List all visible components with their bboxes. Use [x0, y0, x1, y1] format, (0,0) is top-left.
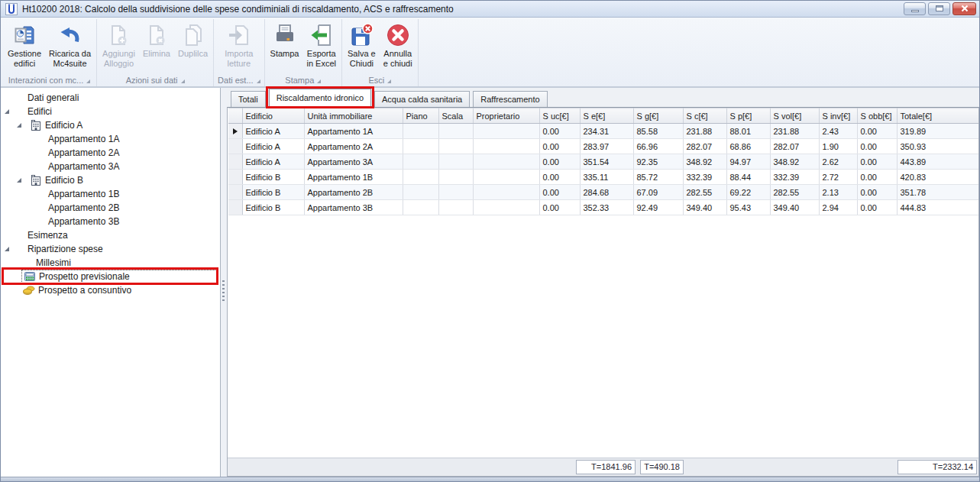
- table-cell[interactable]: 352.33: [580, 200, 633, 215]
- column-header-s-uc[interactable]: S uc[€]: [539, 108, 580, 124]
- table-cell[interactable]: [438, 170, 473, 185]
- table-cell[interactable]: 88.01: [726, 124, 770, 139]
- expand-arrow-icon[interactable]: [5, 247, 9, 251]
- table-cell[interactable]: [473, 139, 539, 154]
- table-cell[interactable]: 94.97: [726, 154, 770, 170]
- table-cell[interactable]: 420.83: [897, 170, 978, 185]
- table-row[interactable]: Edificio AAppartamento 2A0.00283.9766.96…: [228, 139, 978, 154]
- table-cell[interactable]: 351.54: [580, 154, 633, 170]
- table-cell[interactable]: 0.00: [539, 200, 580, 215]
- table-cell[interactable]: 282.55: [683, 185, 726, 200]
- table-cell[interactable]: 2.43: [819, 124, 857, 139]
- table-cell[interactable]: Edificio A: [242, 124, 304, 139]
- table-row[interactable]: Edificio AAppartamento 1A0.00234.3185.58…: [228, 124, 978, 139]
- table-cell[interactable]: 85.58: [633, 124, 683, 139]
- table-cell[interactable]: 443.89: [897, 154, 978, 170]
- tree-item-appartamento-1b[interactable]: Appartamento 1B: [1, 187, 220, 201]
- elimina-button[interactable]: Elimina: [140, 21, 173, 59]
- expand-arrow-icon[interactable]: [17, 123, 21, 128]
- table-cell[interactable]: 351.78: [897, 185, 978, 200]
- table-cell[interactable]: Edificio B: [242, 170, 304, 185]
- table-cell[interactable]: 95.43: [726, 200, 770, 215]
- tree-item-appartamento-3b[interactable]: Appartamento 3B: [1, 215, 220, 228]
- table-cell[interactable]: 0.00: [539, 139, 580, 154]
- table-cell[interactable]: 0.00: [539, 124, 580, 139]
- table-cell[interactable]: 88.44: [726, 170, 770, 185]
- table-cell[interactable]: 348.92: [683, 154, 726, 170]
- table-cell[interactable]: 349.40: [683, 200, 726, 215]
- app-icon[interactable]: [5, 3, 18, 15]
- table-cell[interactable]: 282.07: [770, 139, 819, 154]
- tree-item-prospetto-a-consuntivo[interactable]: Prospetto a consuntivo: [1, 283, 220, 297]
- table-cell[interactable]: 348.92: [770, 154, 819, 170]
- column-header-s-vol[interactable]: S vol[€]: [770, 108, 819, 124]
- close-button[interactable]: [953, 2, 976, 15]
- column-header-piano[interactable]: Piano: [403, 108, 438, 124]
- table-cell[interactable]: 66.96: [633, 139, 683, 154]
- column-header-s-e[interactable]: S e[€]: [580, 108, 633, 124]
- stampa-button[interactable]: Stampa: [267, 21, 302, 59]
- table-cell[interactable]: [473, 170, 539, 185]
- table-cell[interactable]: 92.49: [633, 200, 683, 215]
- table-cell[interactable]: 350.93: [897, 139, 978, 154]
- table-cell[interactable]: Edificio A: [242, 154, 304, 170]
- table-cell[interactable]: 282.55: [770, 185, 819, 200]
- panel-splitter[interactable]: [221, 88, 227, 477]
- table-row[interactable]: Edificio AAppartamento 3A0.00351.5492.35…: [228, 154, 978, 170]
- tree-item-edificio-a[interactable]: Edificio A: [1, 118, 220, 132]
- column-header-unit-immobiliare[interactable]: Unità immobiliare: [304, 108, 403, 124]
- table-cell[interactable]: 69.22: [726, 185, 770, 200]
- tab-acqua-calda-sanitaria[interactable]: Acqua calda sanitaria: [374, 91, 470, 107]
- table-cell[interactable]: 231.88: [770, 124, 819, 139]
- importa-letture-button[interactable]: Importa letture: [222, 21, 256, 69]
- table-cell[interactable]: 92.35: [633, 154, 683, 170]
- table-cell[interactable]: [473, 185, 539, 200]
- table-cell[interactable]: [403, 170, 438, 185]
- table-cell[interactable]: [438, 154, 473, 170]
- expand-arrow-icon[interactable]: [5, 109, 9, 114]
- table-cell[interactable]: 0.00: [857, 139, 897, 154]
- table-cell[interactable]: 234.31: [580, 124, 633, 139]
- tab-raffrescamento[interactable]: Raffrescamento: [473, 91, 547, 107]
- table-cell[interactable]: 0.00: [857, 170, 897, 185]
- table-cell[interactable]: [403, 185, 438, 200]
- tree-item-appartamento-2b[interactable]: Appartamento 2B: [1, 201, 220, 215]
- table-cell[interactable]: [403, 154, 438, 170]
- tab-riscaldamento-idronico[interactable]: Riscaldamento idronico: [269, 89, 371, 107]
- column-header-scala[interactable]: Scala: [438, 108, 473, 124]
- table-cell[interactable]: 349.40: [770, 200, 819, 215]
- tree-item-millesimi[interactable]: Millesimi: [1, 256, 220, 270]
- table-cell[interactable]: [403, 200, 438, 215]
- column-header-s-inv[interactable]: S inv[€]: [819, 108, 857, 124]
- table-cell[interactable]: [438, 139, 473, 154]
- tree-item-edificio-b[interactable]: Edificio B: [1, 173, 220, 187]
- tree-item-esimenza[interactable]: Esimenza: [1, 228, 220, 242]
- tree-item-appartamento-3a[interactable]: Appartamento 3A: [1, 160, 220, 173]
- gestione-edifici-button[interactable]: Gestione edifici: [5, 21, 44, 69]
- ricarica-da-mc4suite-button[interactable]: Ricarica da Mc4suite: [46, 21, 94, 69]
- column-header-totale[interactable]: Totale[€]: [897, 108, 978, 124]
- table-cell[interactable]: 0.00: [539, 154, 580, 170]
- table-cell[interactable]: 2.94: [819, 200, 857, 215]
- table-cell[interactable]: 0.00: [539, 170, 580, 185]
- table-cell[interactable]: 0.00: [857, 124, 897, 139]
- tree-item-appartamento-2a[interactable]: Appartamento 2A: [1, 146, 220, 160]
- column-header-s-g[interactable]: S g[€]: [633, 108, 683, 124]
- table-cell[interactable]: Edificio B: [242, 200, 304, 215]
- table-row[interactable]: Edificio BAppartamento 3B0.00352.3392.49…: [228, 200, 978, 215]
- table-cell[interactable]: 1.90: [819, 139, 857, 154]
- table-cell[interactable]: 319.89: [897, 124, 978, 139]
- table-cell[interactable]: 2.72: [819, 170, 857, 185]
- table-cell[interactable]: [473, 200, 539, 215]
- table-cell[interactable]: 282.07: [683, 139, 726, 154]
- tree-item-prospetto-previsionale[interactable]: Prospetto previsionale: [1, 270, 220, 283]
- table-cell[interactable]: Appartamento 3A: [304, 154, 403, 170]
- column-header-edificio[interactable]: Edificio: [242, 108, 304, 124]
- table-cell[interactable]: 85.72: [633, 170, 683, 185]
- table-cell[interactable]: Appartamento 2B: [304, 185, 403, 200]
- table-cell[interactable]: 335.11: [580, 170, 633, 185]
- table-cell[interactable]: Appartamento 2A: [304, 139, 403, 154]
- aggiungi-alloggio-button[interactable]: Aggiungi Alloggio: [99, 21, 138, 69]
- table-cell[interactable]: [473, 154, 539, 170]
- table-cell[interactable]: 332.39: [770, 170, 819, 185]
